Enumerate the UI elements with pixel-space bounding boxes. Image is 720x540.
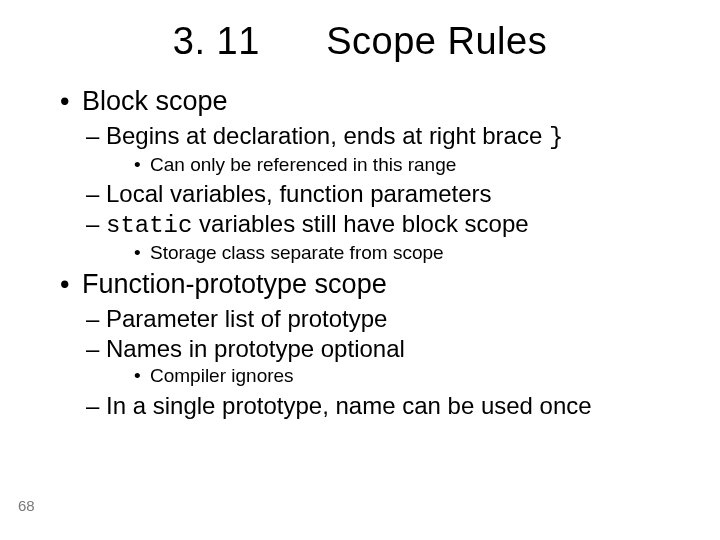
bullet-names-optional: Names in prototype optional — [86, 334, 660, 364]
page-number: 68 — [18, 497, 35, 514]
text-begins-declaration: Begins at declaration, ends at right bra… — [106, 122, 549, 149]
bullet-compiler-ignores: Compiler ignores — [132, 364, 660, 389]
bullet-storage-class: Storage class separate from scope — [132, 241, 660, 266]
content-list: Block scope Begins at declaration, ends … — [60, 85, 660, 421]
slide: 3. 11 Scope Rules Block scope Begins at … — [0, 0, 720, 540]
bullet-function-prototype-scope: Function-prototype scope — [60, 268, 660, 302]
code-static: static — [106, 212, 192, 239]
bullet-begins-declaration: Begins at declaration, ends at right bra… — [86, 121, 660, 153]
bullet-block-scope: Block scope — [60, 85, 660, 119]
bullet-referenced-range: Can only be referenced in this range — [132, 153, 660, 178]
slide-title: 3. 11 Scope Rules — [60, 20, 660, 63]
text-static-rest: variables still have block scope — [192, 210, 528, 237]
bullet-static-vars: static variables still have block scope — [86, 209, 660, 241]
bullet-name-used-once: In a single prototype, name can be used … — [86, 391, 660, 421]
bullet-param-list: Parameter list of prototype — [86, 304, 660, 334]
bullet-local-vars: Local variables, function parameters — [86, 179, 660, 209]
brace-char: } — [549, 124, 563, 151]
